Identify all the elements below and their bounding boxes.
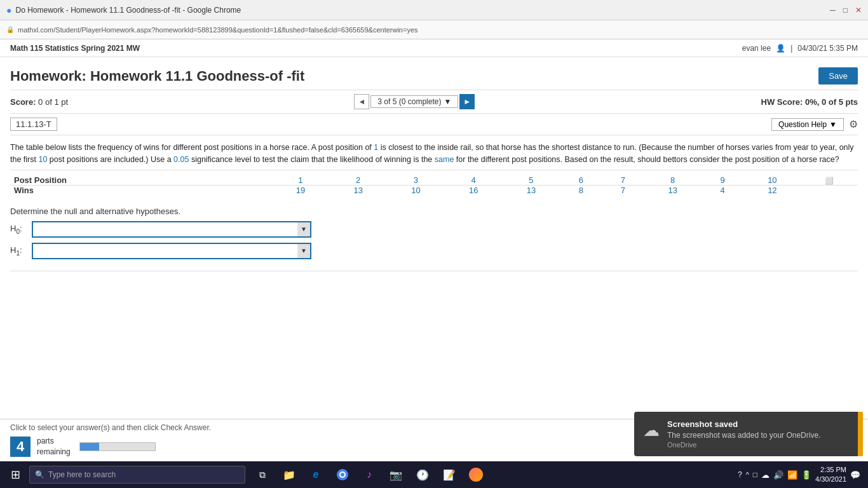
position-1: 1 [272,174,330,186]
cloud-icon[interactable]: ☁ [761,470,770,480]
wins-5: 13 [503,185,560,196]
parts-badge: 4 [10,437,31,457]
battery-icon[interactable]: 🔋 [801,470,811,480]
h0-dropdown[interactable] [32,221,311,238]
onedrive-icon: ☁ [643,421,660,440]
question-highlight-3: 0.05 [173,155,189,164]
browser-window-controls: ─ □ ✕ [830,6,862,15]
taskbar-clock: 2:35 PM 4/30/2021 [815,465,846,485]
h1-dropdown[interactable] [32,243,311,259]
camera-button[interactable]: 📷 [384,463,408,487]
notes-button[interactable]: 📝 [437,463,461,487]
position-2: 2 [329,174,387,186]
close-button[interactable]: ✕ [855,6,862,15]
wins-expand-cell [801,185,858,196]
wins-1: 19 [272,185,330,196]
progress-bar-wrapper [79,442,156,451]
wins-4: 16 [445,185,503,196]
edge-button[interactable]: e [304,463,328,487]
progress-selector[interactable]: 3 of 5 (0 complete) ▼ [370,95,458,108]
task-view-button[interactable]: ⧉ [250,463,275,487]
groove-button[interactable]: ♪ [357,463,381,487]
position-5: 5 [503,174,560,186]
score-display: Score: 0 of 1 pt [10,97,68,107]
hypothesis-section: Determine the null and alternative hypot… [10,200,858,271]
next-question-button[interactable]: ► [459,94,475,109]
browser-title-bar: ● Do Homework - Homework 11.1 Goodness-o… [0,0,868,20]
window-manager-icon[interactable]: □ [753,470,757,479]
taskbar-time: 2:35 PM [815,465,846,475]
remaining-label: remaining [37,447,71,458]
expand-icon[interactable]: ⬜ [825,177,834,184]
url-bar: 🔒 mathxl.com/Student/PlayerHomework.aspx… [0,20,868,39]
notification-accent-bar [858,412,863,456]
file-explorer-button[interactable]: 📁 [277,463,301,487]
notification-source: OneDrive [667,441,850,449]
clock-button[interactable]: 🕐 [410,463,435,487]
help-icon[interactable]: ? [738,470,742,479]
position-6: 6 [560,174,602,186]
wins-label: Wins [10,185,272,196]
data-table: Post Position 1 2 3 4 5 6 7 8 9 10 ⬜ Win… [10,174,858,196]
question-help-arrow: ▼ [829,120,837,129]
h0-row: H0: ▼ [10,221,858,238]
wins-8: 13 [644,185,702,196]
username: evan lee [742,44,771,53]
position-4: 4 [445,174,503,186]
post-position-header: Post Position [10,174,272,186]
hw-score-display: HW Score: 0%, 0 of 5 pts [761,97,858,107]
wins-row: Wins 19 13 10 16 13 8 7 13 4 12 [10,185,858,196]
lock-icon: 🔒 [6,26,14,33]
question-text-3: post positions are included.) Use a [47,155,173,164]
progress-bar-fill [80,443,99,451]
h0-label: H0: [10,224,28,235]
user-info-area: evan lee 👤 | 04/30/21 5:35 PM [742,44,858,53]
homework-title: Homework: Homework 11.1 Goodness-of -fit [10,68,304,85]
url-text[interactable]: mathxl.com/Student/PlayerHomework.aspx?h… [18,26,418,34]
wins-9: 4 [702,185,743,196]
maximize-button[interactable]: □ [843,6,848,15]
question-help-button[interactable]: Question Help ▼ [771,118,844,131]
table-header-row: Post Position 1 2 3 4 5 6 7 8 9 10 ⬜ [10,174,858,186]
h0-dropdown-wrapper: ▼ [32,221,311,238]
wins-10: 12 [743,185,801,196]
question-text-4: significance level to test the claim tha… [189,155,434,164]
taskbar-app-icons: ⧉ 📁 e ♪ 📷 🕐 📝 [250,463,488,487]
position-7: 7 [602,174,644,186]
position-3: 3 [387,174,445,186]
notification-icon[interactable]: 💬 [850,470,860,480]
main-content: Homework: Homework 11.1 Goodness-of -fit… [0,57,868,276]
notification-content: Screenshot saved The screenshot was adde… [667,419,850,449]
question-text: The table below lists the frequency of w… [10,135,858,170]
position-10: 10 [743,174,801,186]
browser-title: ● Do Homework - Homework 11.1 Goodness-o… [6,5,241,15]
network-icon[interactable]: 📶 [787,470,797,480]
volume-icon[interactable]: 🔊 [773,470,783,480]
chrome-button[interactable] [330,463,355,487]
score-label: Score: [10,97,36,107]
question-navigation: ◄ 3 of 5 (0 complete) ▼ ► [354,94,475,109]
hypothesis-prompt: Determine the null and alternative hypot… [10,207,858,216]
wins-3: 10 [387,185,445,196]
settings-icon[interactable]: ⚙ [849,118,858,130]
homework-title-bar: Homework: Homework 11.1 Goodness-of -fit… [10,62,858,90]
question-text-5: for the different post positions. Based … [454,155,839,164]
notification-body: The screenshot was added to your OneDriv… [667,431,850,440]
taskbar-search-box[interactable]: 🔍 Type here to search [29,466,245,484]
wins-6: 8 [560,185,602,196]
h1-dropdown-wrapper: ▼ [32,243,311,259]
expand-cell[interactable]: ⬜ [801,174,858,186]
position-9: 9 [702,174,743,186]
question-text-1: The table below lists the frequency of w… [10,143,374,152]
minimize-button[interactable]: ─ [830,6,836,15]
taskbar-system-tray: ? ^ □ ☁ 🔊 📶 🔋 2:35 PM 4/30/2021 💬 [738,465,865,485]
start-button[interactable]: ⊞ [3,461,28,488]
taskbar-date: 4/30/2021 [815,475,846,484]
chevron-icon[interactable]: ^ [746,471,749,478]
question-id-bar: 11.1.13-T Question Help ▼ ⚙ [10,114,858,135]
prev-question-button[interactable]: ◄ [354,94,369,109]
app9-button[interactable] [464,463,488,487]
question-id: 11.1.13-T [10,118,57,131]
save-button[interactable]: Save [818,67,858,85]
taskbar-search-icon: 🔍 [35,470,44,479]
